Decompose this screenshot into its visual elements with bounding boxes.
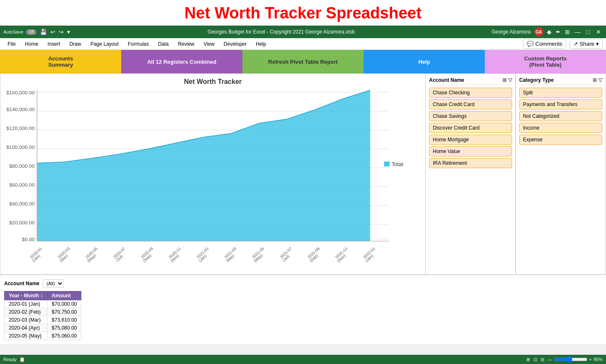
menu-home[interactable]: Home [21, 39, 42, 49]
account-panel-title: Account Name [429, 77, 464, 83]
status-icon: 📋 [19, 357, 25, 362]
menu-file[interactable]: File [3, 39, 20, 49]
period-cell: 2020-01 (Jan) [5, 300, 47, 308]
zoom-in-button[interactable]: + [589, 357, 592, 362]
nav-custom-reports[interactable]: Custom Reports(Pivot Table) [485, 50, 606, 73]
excel-toolbar: AutoSave Off 💾 ↩ ↪ ▾ Georges Budget for … [0, 26, 606, 38]
grid-icon[interactable]: ⊞ [564, 28, 571, 36]
nav-all-registers[interactable]: All 12 Registers Combined [121, 50, 242, 73]
ready-label: Ready [3, 357, 17, 362]
autosave-label: AutoSave [3, 29, 23, 34]
account-discover-credit-card[interactable]: Discover Credit Card [429, 123, 512, 133]
account-home-value[interactable]: Home Value [429, 146, 512, 156]
svg-text:$80,000.00: $80,000.00 [9, 164, 35, 169]
account-chase-credit-card[interactable]: Chase Credit Card [429, 99, 512, 109]
user-avatar: GA [534, 27, 544, 36]
account-panel-header: Account Name ⊞ ▽ [429, 77, 512, 85]
account-filter-row: Account Name (All) [4, 279, 602, 288]
period-cell: 2020-04 (Apr) [5, 324, 47, 332]
svg-text:$20,000.00: $20,000.00 [9, 221, 35, 225]
menu-data[interactable]: Data [154, 39, 173, 49]
account-ira-retirement[interactable]: IRA Retirement [429, 158, 512, 168]
zoom-controls: — + 95% [548, 356, 603, 363]
more-icon[interactable]: ▾ [66, 28, 71, 36]
svg-text:$160,000.00: $160,000.00 [6, 91, 34, 95]
zoom-out-button[interactable]: — [548, 357, 552, 362]
svg-text:$0.00: $0.00 [22, 237, 34, 242]
account-panel-icons: ⊞ ▽ [502, 77, 512, 83]
account-home-mortgage[interactable]: Home Mortgage [429, 135, 512, 145]
menu-review[interactable]: Review [174, 39, 198, 49]
view-page-icon[interactable]: ⊡ [533, 357, 537, 362]
svg-text:Total: Total [391, 162, 403, 167]
zoom-slider[interactable] [554, 356, 588, 363]
category-income[interactable]: Income [519, 123, 602, 133]
table-row: 2020-04 (Apr) $75,080.00 [5, 324, 81, 332]
menu-formulas[interactable]: Formulas [124, 39, 153, 49]
status-bar: Ready 📋 ⊞ ⊡ ⊟ — + 95% [0, 355, 606, 364]
menu-view[interactable]: View [200, 39, 219, 49]
net-worth-chart: $0.00 $20,000.00 $40,000.00 $60,000.00 $… [5, 88, 421, 264]
minimize-button[interactable]: — [573, 29, 583, 35]
svg-text:$60,000.00: $60,000.00 [9, 183, 35, 187]
account-sort-icon[interactable]: ⊞ [502, 77, 507, 83]
restore-button[interactable]: □ [585, 29, 592, 35]
svg-rect-45 [384, 161, 390, 166]
chart-area: Net Worth Tracker $0.00 $20,000.00 $40,0… [0, 73, 426, 275]
save-icon[interactable]: 💾 [39, 28, 48, 36]
table-row: 2020-02 (Feb) $70,750.00 [5, 308, 81, 316]
nav-accounts-summary[interactable]: AccountsSummary [0, 50, 121, 73]
account-chase-savings[interactable]: Chase Savings [429, 111, 512, 121]
account-name-select[interactable]: (All) [43, 279, 64, 288]
chart-container: $0.00 $20,000.00 $40,000.00 $60,000.00 $… [5, 88, 421, 264]
category-payments-transfers[interactable]: Payments and Transfers [519, 99, 602, 109]
col-year-month: Year - Month ↕ [5, 291, 47, 300]
view-break-icon[interactable]: ⊟ [541, 357, 544, 362]
nav-refresh[interactable]: Refresh Pivot Table Report [242, 50, 364, 73]
bottom-area: Account Name (All) Year - Month ↕ Amount… [0, 275, 606, 344]
chart-title: Net Worth Tracker [5, 78, 421, 86]
redo-icon[interactable]: ↪ [58, 28, 65, 36]
menu-developer[interactable]: Developer [219, 39, 251, 49]
svg-text:$120,000.00: $120,000.00 [6, 126, 34, 131]
period-cell: 2020-03 (Mar) [5, 316, 47, 324]
category-panel-icons: ⊞ ▽ [593, 77, 602, 83]
amount-cell: $70,000.00 [47, 300, 81, 308]
undo-icon[interactable]: ↩ [49, 28, 56, 36]
account-name-panel: Account Name ⊞ ▽ Chase Checking Chase Cr… [426, 74, 516, 274]
nav-help[interactable]: Help [364, 50, 485, 73]
menu-page-layout[interactable]: Page Layout [86, 39, 122, 49]
category-sort-icon[interactable]: ⊞ [593, 77, 597, 83]
menu-insert[interactable]: Insert [43, 39, 64, 49]
category-not-categorized[interactable]: Not Categorized [519, 111, 602, 121]
pen-icon[interactable]: ✒ [555, 28, 562, 36]
menu-help[interactable]: Help [252, 39, 270, 49]
category-filter-icon[interactable]: ▽ [598, 77, 602, 83]
svg-text:$140,000.00: $140,000.00 [6, 107, 34, 112]
refresh-label: Refresh Pivot Table Report [268, 59, 338, 65]
diamond-icon[interactable]: ◆ [546, 28, 552, 36]
main-area: Net Worth Tracker $0.00 $20,000.00 $40,0… [0, 73, 606, 275]
col-amount: Amount [47, 291, 81, 300]
view-normal-icon[interactable]: ⊞ [526, 357, 530, 362]
svg-text:$100,000.00: $100,000.00 [6, 145, 34, 150]
category-panel-title: Category Type [519, 77, 554, 83]
close-button[interactable]: ✕ [594, 29, 603, 35]
account-chase-checking[interactable]: Chase Checking [429, 88, 512, 98]
table-row: 2020-05 (May) $75,060.00 [5, 332, 81, 340]
amount-cell: $73,610.00 [47, 316, 81, 324]
category-panel-header: Category Type ⊞ ▽ [519, 77, 602, 85]
svg-marker-18 [37, 90, 370, 241]
user-name: George Alzamora [492, 29, 531, 35]
accounts-summary-label: AccountsSummary [48, 55, 73, 68]
category-expense[interactable]: Expense [519, 135, 602, 145]
category-split[interactable]: Split [519, 88, 602, 98]
svg-text:$40,000.00: $40,000.00 [9, 202, 35, 206]
account-filter-icon[interactable]: ▽ [508, 77, 512, 83]
autosave-toggle[interactable]: Off [26, 29, 36, 35]
comments-button[interactable]: 💬 Comments [523, 39, 566, 49]
share-button[interactable]: ↗ Share ▾ [570, 39, 603, 49]
menu-draw[interactable]: Draw [65, 39, 85, 49]
period-cell: 2020-05 (May) [5, 332, 47, 340]
amount-cell: $75,060.00 [47, 332, 81, 340]
